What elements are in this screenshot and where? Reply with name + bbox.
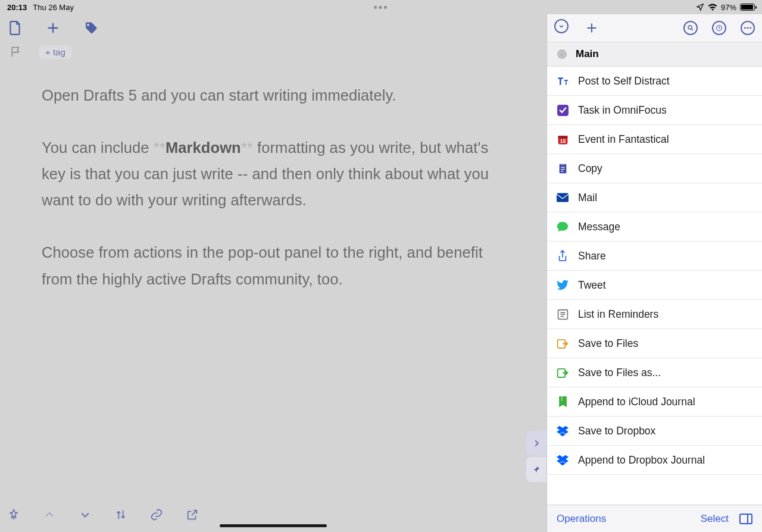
svg-rect-21: [561, 396, 562, 401]
dropbox-icon: [557, 425, 569, 437]
svg-point-3: [747, 27, 749, 29]
new-draft-icon[interactable]: [44, 19, 62, 37]
editor-pane: + tag Open Drafts 5 and you can start wr…: [0, 14, 546, 532]
paragraph-3: Choose from actions in the pop-out panel…: [42, 239, 505, 292]
action-label: List in Reminders: [578, 308, 658, 321]
pin-icon[interactable]: [5, 506, 23, 524]
add-tag-button[interactable]: + tag: [39, 45, 71, 59]
calendar-icon: 15: [557, 133, 569, 145]
search-actions-icon[interactable]: [683, 21, 698, 35]
action-item[interactable]: Save to Files: [547, 329, 762, 358]
clipboard-icon: [557, 162, 569, 174]
action-item[interactable]: Append to Dropbox Journal: [547, 446, 762, 475]
svg-rect-12: [559, 164, 566, 174]
actions-group-title: Main: [576, 48, 599, 60]
check-box-icon: [557, 104, 569, 116]
actions-group-header[interactable]: Main: [547, 42, 762, 67]
envelope-icon: [557, 192, 569, 204]
wifi-icon: [708, 4, 717, 11]
action-item[interactable]: Copy: [547, 154, 762, 183]
action-item[interactable]: Post to Self Distract: [547, 67, 762, 96]
more-icon[interactable]: [741, 21, 755, 35]
paragraph-1: Open Drafts 5 and you can start writing …: [42, 82, 505, 108]
tag-icon[interactable]: [82, 19, 100, 37]
twitter-icon: [557, 279, 569, 291]
operations-button[interactable]: Operations: [557, 513, 606, 525]
target-icon: [557, 49, 567, 60]
select-button[interactable]: Select: [701, 513, 729, 525]
svg-rect-17: [557, 193, 569, 202]
bookmark-icon: [557, 396, 569, 408]
action-item[interactable]: Save to Dropbox: [547, 417, 762, 446]
chevron-down-icon[interactable]: [76, 506, 94, 524]
battery-icon: [740, 4, 755, 11]
battery-percent: 97%: [721, 3, 736, 12]
multitasking-dots-icon[interactable]: •••: [374, 2, 389, 12]
action-label: Append to iCloud Journal: [578, 396, 695, 408]
action-item[interactable]: Save to Files as...: [547, 358, 762, 387]
flag-icon[interactable]: [7, 43, 25, 61]
status-time: 20:13: [7, 3, 27, 12]
action-label: Share: [578, 250, 606, 262]
svg-point-4: [749, 27, 751, 29]
action-label: Save to Dropbox: [578, 425, 655, 437]
chevron-up-icon[interactable]: [40, 506, 58, 524]
editor-body[interactable]: Open Drafts 5 and you can start writing …: [0, 62, 546, 497]
action-label: Task in OmniFocus: [578, 104, 667, 117]
actions-footer: Operations Select: [547, 505, 762, 532]
status-right: 97%: [696, 3, 755, 12]
action-item[interactable]: List in Reminders: [547, 300, 762, 329]
tag-row: + tag: [0, 42, 546, 62]
link-icon[interactable]: [148, 506, 165, 524]
add-action-icon[interactable]: [583, 19, 601, 37]
editor-toolbar-bottom: [0, 497, 546, 532]
action-item[interactable]: Task in OmniFocus: [547, 96, 762, 125]
home-indicator[interactable]: [220, 524, 327, 527]
actions-pane: Main Post to Self DistractTask in OmniFo…: [546, 14, 762, 532]
action-item[interactable]: 15Event in Fantastical: [547, 125, 762, 154]
svg-rect-16: [561, 171, 563, 171]
svg-rect-14: [561, 167, 565, 168]
status-date: Thu 26 May: [33, 3, 74, 12]
editor-toolbar-top: [0, 14, 546, 42]
share-icon: [557, 250, 569, 262]
action-item[interactable]: Share: [547, 242, 762, 271]
actions-list: Post to Self DistractTask in OmniFocus15…: [547, 67, 762, 505]
svg-rect-13: [561, 163, 565, 165]
action-label: Tweet: [578, 279, 606, 292]
history-icon[interactable]: [712, 21, 726, 35]
list-icon: [557, 308, 569, 320]
arrange-icon[interactable]: [112, 506, 130, 524]
action-label: Save to Files: [578, 337, 638, 350]
file-export-icon: [557, 337, 569, 349]
action-label: Save to Files as...: [578, 367, 661, 379]
drafts-list-icon[interactable]: [6, 19, 24, 37]
action-label: Append to Dropbox Journal: [578, 454, 705, 467]
action-item[interactable]: Message: [547, 212, 762, 242]
svg-point-2: [744, 27, 746, 29]
groups-dropdown-icon[interactable]: [554, 19, 569, 33]
action-label: Post to Self Distract: [578, 75, 670, 87]
panel-pin-tab[interactable]: [526, 457, 546, 482]
action-item[interactable]: Mail: [547, 183, 762, 212]
action-item[interactable]: Append to iCloud Journal: [547, 387, 762, 417]
status-bar: 20:13 Thu 26 May ••• 97%: [0, 0, 762, 14]
action-label: Event in Fantastical: [578, 133, 669, 146]
text-type-icon: [557, 75, 569, 87]
dropbox-icon: [557, 454, 569, 466]
panel-collapse-tab[interactable]: [526, 431, 546, 456]
svg-rect-15: [561, 169, 565, 170]
action-label: Mail: [578, 192, 597, 204]
svg-text:15: 15: [560, 138, 566, 144]
action-label: Copy: [578, 162, 602, 175]
svg-point-7: [561, 54, 563, 55]
file-export-icon: [557, 367, 569, 378]
chat-bubble-icon: [557, 221, 569, 233]
location-icon: [696, 3, 704, 11]
panel-toggle-icon[interactable]: [739, 514, 752, 524]
actions-toolbar-top: [547, 14, 762, 42]
paragraph-2: You can include **Markdown** formatting …: [42, 134, 505, 213]
open-external-icon[interactable]: [183, 506, 201, 524]
action-label: Message: [578, 221, 620, 233]
action-item[interactable]: Tweet: [547, 271, 762, 300]
